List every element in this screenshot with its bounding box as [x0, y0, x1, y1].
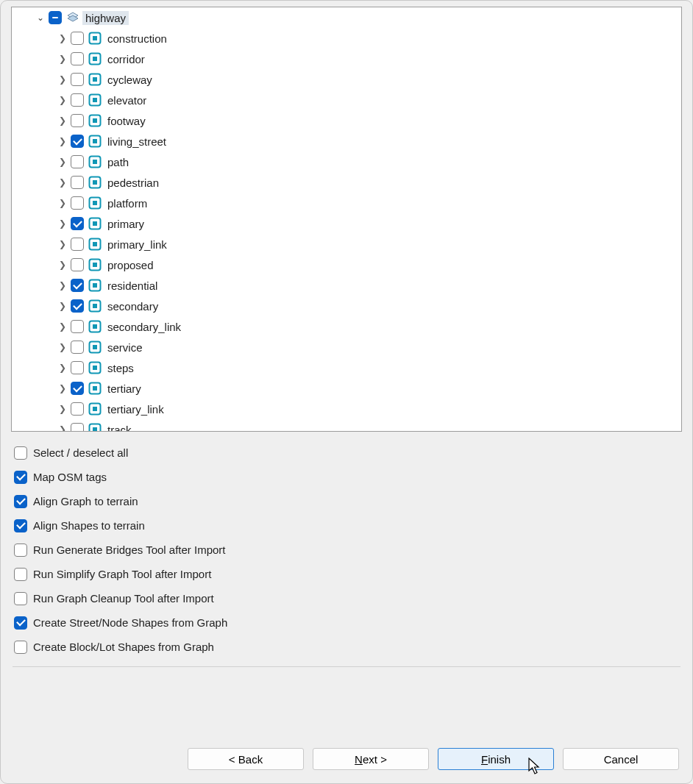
checkbox[interactable]: [71, 176, 84, 189]
chevron-right-icon[interactable]: ❯: [56, 363, 69, 373]
chevron-right-icon[interactable]: ❯: [56, 95, 69, 105]
cancel-button[interactable]: Cancel: [563, 748, 679, 770]
option-row[interactable]: Align Shapes to terrain: [13, 513, 680, 538]
checkbox[interactable]: [71, 238, 84, 251]
tree-row[interactable]: ❯tertiary: [12, 378, 681, 399]
chevron-right-icon[interactable]: ❯: [56, 404, 69, 414]
checkbox[interactable]: [14, 446, 27, 460]
tree-item-label[interactable]: living_street: [104, 135, 169, 149]
tree-item-label[interactable]: steps: [104, 361, 137, 375]
option-row[interactable]: Align Graph to terrain: [13, 489, 680, 513]
tree-item-label[interactable]: primary_link: [104, 238, 170, 252]
checkbox[interactable]: [71, 320, 84, 333]
tree-item-label[interactable]: cycleway: [104, 73, 155, 87]
chevron-right-icon[interactable]: ❯: [56, 115, 69, 126]
tree-row[interactable]: ❯primary_link: [12, 234, 681, 254]
tree-row[interactable]: ❯primary: [12, 213, 681, 234]
tree-row[interactable]: ❯tertiary_link: [12, 399, 681, 419]
option-row[interactable]: Run Graph Cleanup Tool after Import: [13, 586, 680, 610]
chevron-right-icon[interactable]: ❯: [56, 218, 69, 229]
tree-root-label[interactable]: highway: [82, 11, 129, 25]
tree-item-label[interactable]: elevator: [104, 93, 149, 107]
chevron-right-icon[interactable]: ❯: [56, 54, 69, 64]
checkbox[interactable]: [14, 568, 27, 581]
checkbox[interactable]: [71, 341, 84, 354]
tree-item-label[interactable]: primary: [104, 217, 147, 231]
tree-row[interactable]: ❯proposed: [12, 254, 681, 275]
tree-row[interactable]: ❯living_street: [12, 131, 681, 152]
tree-item-label[interactable]: tertiary: [104, 382, 144, 396]
tree-item-label[interactable]: tertiary_link: [104, 402, 167, 416]
checkbox[interactable]: [71, 361, 84, 374]
tree-row[interactable]: ❯construction: [12, 28, 681, 49]
checkbox[interactable]: [71, 382, 84, 395]
checkbox[interactable]: [14, 616, 27, 630]
checkbox[interactable]: [14, 495, 27, 508]
tree-row[interactable]: ❯footway: [12, 110, 681, 131]
checkbox[interactable]: [71, 217, 84, 230]
tree-item-label[interactable]: pedestrian: [104, 176, 162, 190]
tree-item-label[interactable]: secondary: [104, 299, 161, 313]
checkbox[interactable]: [71, 402, 84, 416]
chevron-right-icon[interactable]: ❯: [56, 74, 69, 85]
tree-row[interactable]: ❯track: [12, 419, 681, 431]
chevron-right-icon[interactable]: ❯: [56, 33, 69, 43]
chevron-right-icon[interactable]: ❯: [56, 136, 69, 146]
chevron-right-icon[interactable]: ❯: [56, 424, 69, 431]
tree-item-label[interactable]: corridor: [104, 52, 148, 66]
finish-button[interactable]: Finish: [438, 748, 554, 770]
checkbox-root[interactable]: [49, 11, 62, 24]
checkbox[interactable]: [71, 93, 84, 107]
tree-row[interactable]: ❯steps: [12, 357, 681, 378]
option-row[interactable]: Create Street/Node Shapes from Graph: [13, 610, 680, 635]
tree-item-label[interactable]: residential: [104, 279, 160, 293]
checkbox[interactable]: [71, 52, 84, 65]
checkbox[interactable]: [14, 519, 27, 532]
chevron-right-icon[interactable]: ❯: [56, 301, 69, 311]
checkbox[interactable]: [71, 196, 84, 210]
chevron-right-icon[interactable]: ❯: [56, 198, 69, 208]
tree-row[interactable]: ❯path: [12, 152, 681, 172]
chevron-right-icon[interactable]: ❯: [56, 177, 69, 188]
checkbox[interactable]: [14, 544, 27, 557]
checkbox[interactable]: [14, 592, 27, 605]
checkbox[interactable]: [71, 73, 84, 86]
tree-row[interactable]: ❯corridor: [12, 49, 681, 69]
tree-row[interactable]: ❯platform: [12, 193, 681, 213]
option-row[interactable]: Run Simplify Graph Tool after Import: [13, 562, 680, 586]
chevron-right-icon[interactable]: ❯: [56, 342, 69, 352]
tree-item-label[interactable]: service: [104, 341, 146, 354]
tree-item-label[interactable]: track: [104, 423, 135, 432]
option-row[interactable]: Run Generate Bridges Tool after Import: [13, 538, 680, 562]
tree-item-label[interactable]: secondary_link: [104, 320, 184, 334]
option-row[interactable]: Select / deselect all: [13, 441, 680, 465]
tree-item-label[interactable]: path: [104, 155, 132, 169]
tree-row[interactable]: ❯pedestrian: [12, 172, 681, 193]
tree-scroll[interactable]: ⌄ highway ❯construction❯corridor❯cyclewa…: [12, 7, 681, 431]
tree-row[interactable]: ❯secondary_link: [12, 316, 681, 337]
tree-row[interactable]: ❯secondary: [12, 296, 681, 316]
tree-row[interactable]: ❯elevator: [12, 90, 681, 110]
checkbox[interactable]: [71, 32, 84, 45]
chevron-down-icon[interactable]: ⌄: [34, 13, 47, 23]
chevron-right-icon[interactable]: ❯: [56, 157, 69, 167]
chevron-right-icon[interactable]: ❯: [56, 383, 69, 393]
tree-row[interactable]: ❯cycleway: [12, 69, 681, 90]
tree-row-root[interactable]: ⌄ highway: [12, 7, 681, 28]
checkbox[interactable]: [14, 471, 27, 484]
checkbox[interactable]: [71, 258, 84, 271]
chevron-right-icon[interactable]: ❯: [56, 260, 69, 270]
next-button[interactable]: Next >: [313, 748, 429, 770]
tree-item-label[interactable]: footway: [104, 114, 149, 128]
back-button[interactable]: < Back: [188, 748, 304, 770]
tree-item-label[interactable]: proposed: [104, 258, 157, 272]
tree-item-label[interactable]: construction: [104, 32, 170, 46]
checkbox[interactable]: [71, 155, 84, 168]
tree-row[interactable]: ❯residential: [12, 275, 681, 296]
option-row[interactable]: Map OSM tags: [13, 465, 680, 489]
chevron-right-icon[interactable]: ❯: [56, 280, 69, 291]
option-row[interactable]: Create Block/Lot Shapes from Graph: [13, 635, 680, 659]
checkbox[interactable]: [14, 641, 27, 654]
checkbox[interactable]: [71, 299, 84, 313]
checkbox[interactable]: [71, 114, 84, 127]
